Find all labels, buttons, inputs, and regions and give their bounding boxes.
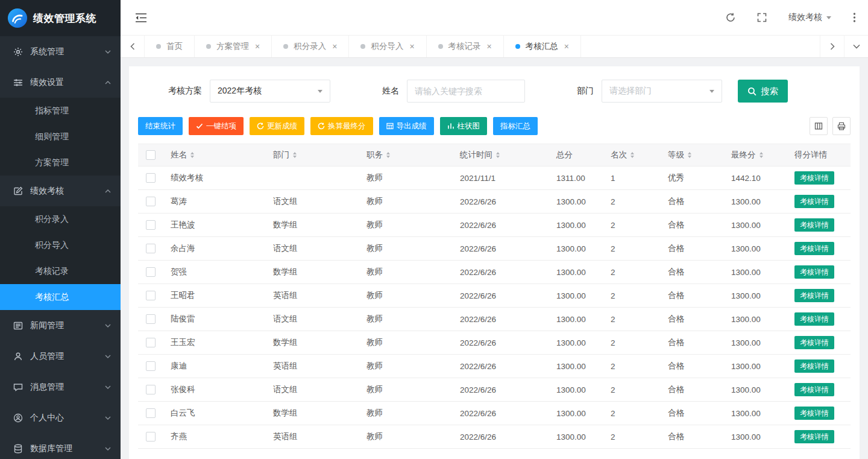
sort-icon[interactable] (688, 152, 691, 158)
row-checkbox[interactable] (146, 314, 156, 324)
detail-button[interactable]: 考核详情 (794, 430, 834, 443)
sort-icon[interactable] (496, 152, 500, 158)
row-checkbox[interactable] (146, 361, 156, 371)
tab-close-icon[interactable]: × (255, 42, 260, 51)
tab-close-icon[interactable]: × (332, 42, 337, 51)
fullscreen-icon[interactable] (757, 13, 767, 22)
detail-button[interactable]: 考核详情 (794, 171, 834, 185)
sort-icon[interactable] (190, 152, 194, 158)
detail-button[interactable]: 考核详情 (794, 407, 834, 420)
detail-button[interactable]: 考核详情 (794, 265, 834, 279)
column-header[interactable]: 姓名 (163, 144, 266, 166)
toolbar-button[interactable]: 指标汇总 (493, 117, 538, 135)
more-icon[interactable] (853, 13, 856, 22)
sidebar-item[interactable]: 消息管理 (0, 372, 121, 402)
detail-button[interactable]: 考核详情 (794, 195, 834, 208)
columns-icon[interactable] (810, 117, 828, 135)
toolbar-button[interactable]: 导出成绩 (379, 117, 434, 135)
row-checkbox[interactable] (146, 385, 156, 394)
cell-final: 1300.00 (724, 402, 787, 425)
tab[interactable]: 方案管理 × (195, 36, 272, 57)
cell-total: 1300.00 (549, 284, 603, 308)
plan-select[interactable]: 2022年考核 (210, 80, 330, 103)
tab[interactable]: 首页 (145, 36, 195, 57)
tab[interactable]: 考核汇总 × (504, 36, 581, 57)
column-header[interactable]: 部门 (266, 144, 359, 166)
sidebar-subitem[interactable]: 积分导入 (0, 232, 121, 258)
detail-button[interactable]: 考核详情 (794, 383, 834, 396)
sidebar-item[interactable]: 绩效考核 (0, 176, 121, 206)
row-checkbox[interactable] (146, 338, 156, 347)
sort-icon[interactable] (293, 152, 297, 158)
detail-button[interactable]: 考核详情 (794, 289, 834, 302)
sort-icon[interactable] (386, 152, 390, 158)
sort-icon[interactable] (631, 152, 634, 158)
row-checkbox[interactable] (146, 244, 156, 253)
row-checkbox[interactable] (146, 267, 156, 277)
tab-close-icon[interactable]: × (564, 42, 569, 51)
sidebar-subitem[interactable]: 指标管理 (0, 98, 121, 124)
cell-time: 2022/6/26 (453, 190, 549, 214)
sidebar-menu: 系统管理 绩效设置 指标管理 细则管理 方案管理 绩效考核 积分录入 积分导入 … (0, 36, 121, 459)
sidebar-subitem[interactable]: 考核汇总 (0, 284, 121, 310)
sidebar-subitem[interactable]: 细则管理 (0, 124, 121, 150)
row-checkbox[interactable] (146, 291, 156, 300)
tabs-scroll-right-icon[interactable] (820, 36, 844, 57)
tab[interactable]: 考核记录 × (427, 36, 504, 57)
cell-time: 2022/6/26 (453, 355, 549, 378)
tab[interactable]: 积分导入 × (349, 36, 426, 57)
detail-button[interactable]: 考核详情 (794, 336, 834, 349)
column-header[interactable]: 总分 (549, 144, 603, 166)
sidebar-subitem[interactable]: 方案管理 (0, 150, 121, 176)
cell-title: 教师 (359, 355, 453, 378)
detail-button[interactable]: 考核详情 (794, 242, 834, 255)
sidebar-subitem[interactable]: 考核记录 (0, 258, 121, 284)
profile-icon (13, 413, 23, 423)
row-checkbox[interactable] (146, 432, 156, 442)
toolbar-button[interactable]: 换算最终分 (310, 117, 373, 135)
column-header[interactable]: 最终分 (724, 144, 787, 166)
sidebar-item[interactable]: 新闻管理 (0, 310, 121, 341)
select-all-checkbox[interactable] (146, 150, 156, 160)
name-search-input[interactable] (407, 80, 525, 103)
column-header[interactable]: 统计时间 (453, 144, 549, 166)
sidebar-item[interactable]: 系统管理 (0, 36, 121, 67)
tabs-scroll-left-icon[interactable] (121, 36, 145, 57)
cell-rank: 2 (603, 261, 661, 284)
print-icon[interactable] (832, 117, 851, 135)
cell-detail: 考核详情 (787, 355, 851, 378)
sidebar-item[interactable]: 数据库管理 (0, 433, 121, 459)
row-checkbox[interactable] (146, 408, 156, 418)
refresh-icon[interactable] (726, 13, 735, 22)
cell-final: 1300.00 (724, 308, 787, 331)
tab-close-icon[interactable]: × (487, 42, 492, 51)
detail-button[interactable]: 考核详情 (794, 312, 834, 326)
search-button[interactable]: 搜索 (738, 80, 788, 103)
column-header[interactable]: 得分详情 (787, 144, 851, 166)
sidebar-item[interactable]: 个人中心 (0, 402, 121, 433)
tabs-menu-icon[interactable] (844, 36, 868, 57)
sidebar-subitem[interactable]: 积分录入 (0, 206, 121, 232)
toolbar-button[interactable]: 柱状图 (440, 117, 488, 135)
cell-name: 王艳波 (163, 214, 266, 237)
toolbar-button[interactable]: 一键结项 (189, 117, 244, 135)
toolbar-button[interactable]: 更新成绩 (250, 117, 304, 135)
tab-close-icon[interactable]: × (409, 42, 414, 51)
column-header[interactable]: 等级 (661, 144, 724, 166)
row-checkbox[interactable] (146, 220, 156, 230)
sidebar-item[interactable]: 绩效设置 (0, 67, 121, 98)
toolbar-button[interactable]: 结束统计 (138, 117, 183, 135)
row-checkbox[interactable] (146, 173, 156, 183)
column-header[interactable]: 职务 (359, 144, 453, 166)
sidebar-item[interactable]: 人员管理 (0, 341, 121, 372)
cell-name: 王玉宏 (163, 331, 266, 355)
detail-button[interactable]: 考核详情 (794, 359, 834, 373)
tab[interactable]: 积分录入 × (272, 36, 349, 57)
row-checkbox[interactable] (146, 197, 156, 206)
collapse-icon[interactable] (135, 13, 147, 23)
detail-button[interactable]: 考核详情 (794, 218, 834, 232)
column-header[interactable]: 名次 (603, 144, 661, 166)
user-menu[interactable]: 绩效考核 (788, 12, 831, 23)
sort-icon[interactable] (760, 152, 763, 158)
dept-select[interactable]: 请选择部门 (602, 80, 722, 103)
